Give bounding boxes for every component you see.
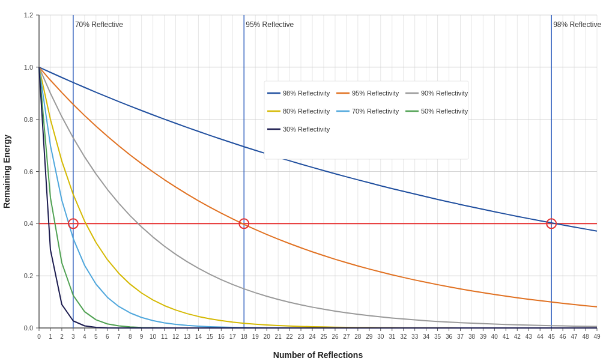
svg-text:70% Reflective: 70% Reflective xyxy=(75,20,123,29)
svg-text:37: 37 xyxy=(457,333,464,340)
svg-text:0.4: 0.4 xyxy=(24,220,33,227)
svg-text:0.0: 0.0 xyxy=(24,324,33,332)
svg-text:7: 7 xyxy=(117,333,121,340)
svg-text:32: 32 xyxy=(400,333,407,340)
svg-text:4: 4 xyxy=(83,333,86,340)
svg-text:26: 26 xyxy=(332,333,339,340)
svg-text:23: 23 xyxy=(297,333,304,340)
svg-text:16: 16 xyxy=(218,333,225,340)
svg-text:21: 21 xyxy=(275,333,282,340)
svg-text:6: 6 xyxy=(106,333,109,340)
svg-text:0: 0 xyxy=(37,333,41,340)
svg-text:38: 38 xyxy=(468,333,476,340)
svg-text:2: 2 xyxy=(60,333,64,340)
svg-text:29: 29 xyxy=(366,333,373,340)
svg-text:11: 11 xyxy=(161,333,168,340)
svg-text:24: 24 xyxy=(309,333,316,340)
svg-text:12: 12 xyxy=(172,333,180,340)
svg-text:46: 46 xyxy=(560,333,567,340)
svg-text:31: 31 xyxy=(389,333,396,340)
svg-text:45: 45 xyxy=(548,333,556,340)
svg-text:5: 5 xyxy=(94,333,98,340)
svg-text:14: 14 xyxy=(195,333,202,340)
svg-text:30% Reflectivity: 30% Reflectivity xyxy=(283,126,330,133)
svg-text:44: 44 xyxy=(537,333,544,340)
svg-text:15: 15 xyxy=(207,333,214,340)
svg-text:0.8: 0.8 xyxy=(24,116,33,123)
svg-text:36: 36 xyxy=(446,333,453,340)
svg-text:43: 43 xyxy=(526,333,533,340)
svg-text:70% Reflectivity: 70% Reflectivity xyxy=(352,108,399,115)
svg-text:95% Reflective: 95% Reflective xyxy=(246,20,294,29)
svg-text:0.2: 0.2 xyxy=(24,272,33,279)
svg-text:30: 30 xyxy=(377,333,384,340)
svg-text:0.6: 0.6 xyxy=(24,168,33,175)
svg-text:95% Reflectivity: 95% Reflectivity xyxy=(352,89,399,97)
svg-rect-0 xyxy=(0,0,615,364)
svg-text:22: 22 xyxy=(286,333,294,340)
svg-text:34: 34 xyxy=(423,333,430,340)
svg-text:98% Reflective: 98% Reflective xyxy=(553,20,601,29)
svg-text:35: 35 xyxy=(434,333,441,340)
svg-text:10: 10 xyxy=(150,333,157,340)
svg-text:40: 40 xyxy=(491,333,498,340)
chart-container: 0123456789101112131415161718192021222324… xyxy=(0,0,615,364)
svg-text:3: 3 xyxy=(71,333,75,340)
svg-text:98% Reflectivity: 98% Reflectivity xyxy=(283,89,330,97)
reflectivity-chart: 0123456789101112131415161718192021222324… xyxy=(0,0,615,364)
svg-text:9: 9 xyxy=(140,333,144,340)
svg-text:25: 25 xyxy=(320,333,327,340)
svg-text:80% Reflectivity: 80% Reflectivity xyxy=(283,108,330,115)
svg-text:28: 28 xyxy=(354,333,362,340)
svg-text:41: 41 xyxy=(503,333,510,340)
svg-text:50% Reflectivity: 50% Reflectivity xyxy=(421,108,468,115)
svg-text:8: 8 xyxy=(129,333,132,340)
svg-text:27: 27 xyxy=(343,333,350,340)
svg-text:1: 1 xyxy=(49,333,52,340)
svg-text:47: 47 xyxy=(571,333,578,340)
svg-text:17: 17 xyxy=(229,333,237,340)
svg-text:49: 49 xyxy=(593,333,601,340)
svg-text:48: 48 xyxy=(582,333,589,340)
svg-text:Remaining Energy: Remaining Energy xyxy=(2,135,11,208)
svg-text:20: 20 xyxy=(264,333,271,340)
svg-text:39: 39 xyxy=(480,333,487,340)
svg-text:19: 19 xyxy=(252,333,259,340)
svg-text:42: 42 xyxy=(514,333,521,340)
svg-text:18: 18 xyxy=(241,333,248,340)
svg-text:90% Reflectivity: 90% Reflectivity xyxy=(421,89,468,97)
svg-text:Number of Reflections: Number of Reflections xyxy=(273,350,363,360)
svg-text:1.2: 1.2 xyxy=(24,11,33,19)
svg-text:33: 33 xyxy=(411,333,419,340)
svg-text:1.0: 1.0 xyxy=(24,64,33,71)
svg-text:13: 13 xyxy=(184,333,191,340)
